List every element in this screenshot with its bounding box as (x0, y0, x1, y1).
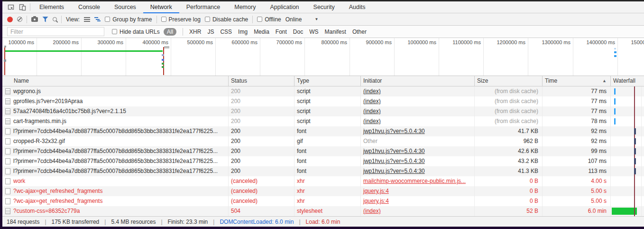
overview-request-mark (164, 46, 169, 48)
filter-pill-other[interactable]: Other (352, 29, 367, 35)
initiator-link[interactable]: (index) (363, 208, 381, 214)
filter-pill-xhr[interactable]: XHR (189, 29, 201, 35)
table-row[interactable]: cropped-R-32x32.gif200gifOther962 B92 ms (2, 136, 644, 146)
initiator-link[interactable]: jwp1hvu.js?ver=5.0.4:30 (363, 168, 425, 174)
group-by-frame-checkbox[interactable] (105, 17, 110, 22)
tab-console[interactable]: Console (71, 1, 107, 13)
filter-pill-js[interactable]: JS (207, 29, 214, 35)
tab-elements[interactable]: Elements (32, 1, 71, 13)
screenshot-capture-icon[interactable] (31, 17, 38, 22)
table-row[interactable]: ?wc-ajax=get_refreshed_fragments(cancele… (2, 186, 644, 196)
cell-size: 962 B (474, 136, 542, 146)
show-overview-icon[interactable] (94, 17, 101, 22)
request-name: cart-fragments.min.js (13, 116, 66, 126)
filter-pill-css[interactable]: CSS (220, 29, 232, 35)
filter-pill-media[interactable]: Media (254, 29, 269, 35)
column-header-initiator[interactable]: Initiator (360, 76, 474, 86)
filter-pill-font[interactable]: Font (276, 29, 287, 35)
summary-item: 175 KB transferred (52, 219, 100, 225)
column-header-name[interactable]: Name (2, 76, 228, 86)
disable-cache-checkbox[interactable] (205, 17, 210, 22)
filter-pill-ws[interactable]: WS (309, 29, 318, 35)
filter-pill-all[interactable]: All (164, 28, 176, 36)
inspect-element-icon[interactable] (5, 1, 17, 13)
group-by-frame-toggle[interactable]: Group by frame (105, 16, 152, 23)
initiator-link[interactable]: (index) (363, 88, 381, 95)
document-icon (5, 118, 10, 124)
initiator-link[interactable]: jwp1hvu.js?ver=5.0.4:30 (363, 128, 425, 134)
waterfall-bar (634, 158, 636, 164)
cell-waterfall (610, 96, 644, 106)
cell-waterfall (610, 106, 644, 116)
column-header-type[interactable]: Type (294, 76, 360, 86)
initiator-link[interactable]: (index) (363, 98, 381, 105)
hide-data-urls-toggle[interactable]: Hide data URLs (112, 29, 160, 35)
initiator-link[interactable]: jwp1hvu.js?ver=5.0.4:30 (363, 148, 425, 154)
tab-memory[interactable]: Memory (227, 1, 263, 13)
initiator-link[interactable]: jwp1hvu.js?ver=5.0.4:30 (363, 158, 425, 164)
table-row[interactable]: l?primer=7cdcb44be4a7db8877ffa5c0007b8dd… (2, 126, 644, 136)
table-row[interactable]: l?primer=7cdcb44be4a7db8877ffa5c0007b8dd… (2, 146, 644, 156)
cell-type: script (294, 86, 360, 96)
initiator-link[interactable]: jquery.js:4 (363, 188, 389, 194)
hide-data-urls-checkbox[interactable] (112, 29, 117, 34)
cell-waterfall (610, 156, 644, 166)
tab-application[interactable]: Application (263, 1, 306, 13)
tab-network[interactable]: Network (143, 1, 179, 13)
tab-sources[interactable]: Sources (107, 1, 143, 13)
search-icon[interactable] (53, 17, 57, 21)
request-name: l?primer=7cdcb44be4a7db8877ffa5c0007b8dd… (13, 126, 218, 136)
preserve-log-toggle[interactable]: Preserve log (161, 16, 201, 23)
table-row[interactable]: 57aa274084fb16a4c01bc75b8.js?ver=2.1.152… (2, 106, 644, 116)
timeline-tick-label: 200000 ms (37, 39, 79, 45)
offline-checkbox[interactable] (257, 17, 262, 22)
cell-time: 78 ms (542, 116, 610, 126)
clear-icon[interactable] (17, 17, 22, 22)
throttling-select[interactable]: Online (285, 16, 302, 23)
initiator-link[interactable]: mailchimp-woocommerce-public.min.js... (363, 178, 466, 184)
table-row[interactable]: cart-fragments.min.js200script(index)(fr… (2, 116, 644, 126)
record-icon[interactable] (7, 17, 13, 22)
initiator-link[interactable]: (index) (363, 118, 381, 124)
offline-label: Offline (265, 16, 281, 23)
cell-type: font (294, 166, 360, 176)
cell-name: l?primer=7cdcb44be4a7db8877ffa5c0007b8dd… (2, 166, 228, 176)
table-row[interactable]: l?primer=7cdcb44be4a7db8877ffa5c0007b8dd… (2, 156, 644, 166)
timeline-tick-label: 900000 ms (350, 39, 392, 45)
tab-audits[interactable]: Audits (342, 1, 373, 13)
filter-pill-img[interactable]: Img (238, 29, 248, 35)
cell-status: 200 (228, 126, 294, 136)
filter-pill-doc[interactable]: Doc (293, 29, 303, 35)
table-row[interactable]: l?primer=7cdcb44be4a7db8877ffa5c0007b8dd… (2, 166, 644, 176)
chevron-down-icon[interactable]: ▼ (314, 17, 318, 21)
column-header-size[interactable]: Size (474, 76, 542, 86)
timeline-gridline (126, 38, 126, 76)
table-row[interactable]: work(canceled)xhrmailchimp-woocommerce-p… (2, 176, 644, 186)
waterfall-bar (634, 128, 636, 134)
column-header-time[interactable]: Time▲ (542, 76, 610, 86)
table-row[interactable]: gprofiles.js?ver=2019Apraa200script(inde… (2, 96, 644, 106)
initiator-link[interactable]: jquery.js:4 (363, 198, 389, 204)
large-rows-icon[interactable] (84, 17, 90, 22)
disable-cache-toggle[interactable]: Disable cache (205, 16, 248, 23)
table-row[interactable]: wpgrono.js200script(index)(from disk cac… (2, 86, 644, 96)
table-row[interactable]: ?custom-css=86352c779a504stylesheet(inde… (2, 206, 644, 216)
cell-time: 77 ms (542, 96, 610, 106)
filter-pill-manifest[interactable]: Manifest (325, 29, 346, 35)
column-header-waterfall[interactable]: Waterfall (610, 76, 644, 86)
offline-toggle[interactable]: Offline (257, 16, 281, 23)
cell-initiator: jwp1hvu.js?ver=5.0.4:30 (360, 126, 474, 136)
table-row[interactable]: ?wc-ajax=get_refreshed_fragments(cancele… (2, 196, 644, 206)
tab-performance[interactable]: Performance (179, 1, 228, 13)
preserve-log-checkbox[interactable] (161, 17, 166, 22)
cell-waterfall (610, 116, 644, 126)
initiator-link[interactable]: (index) (363, 108, 381, 114)
tab-security[interactable]: Security (306, 1, 342, 13)
view-label: View: (66, 16, 80, 23)
filter-input[interactable] (7, 27, 104, 36)
device-toolbar-icon[interactable] (17, 1, 28, 13)
filter-icon[interactable] (42, 17, 48, 22)
network-overview-timeline[interactable]: 100000 ms200000 ms300000 ms400000 ms5000… (2, 38, 644, 76)
cell-type: font (294, 126, 360, 136)
column-header-status[interactable]: Status (228, 76, 294, 86)
